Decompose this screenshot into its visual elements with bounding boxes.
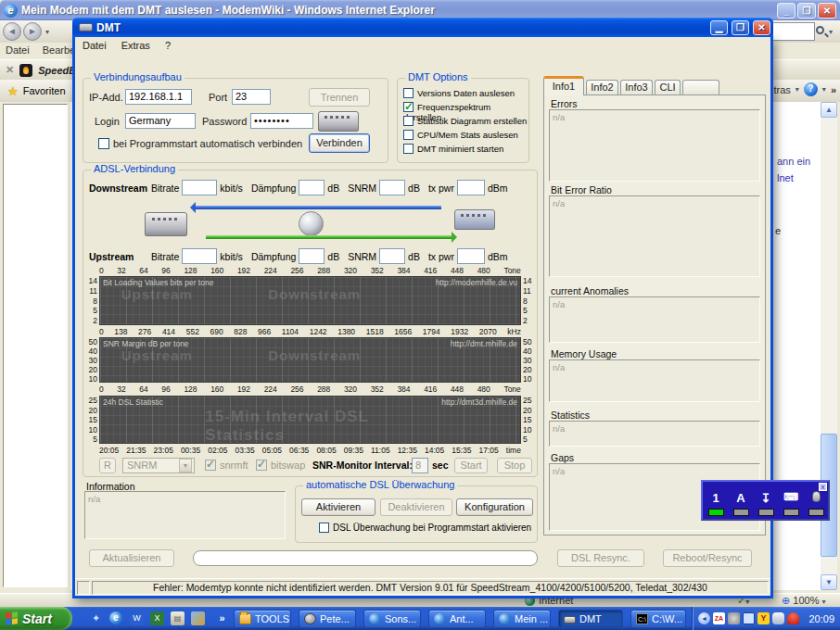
search-icon[interactable] (816, 26, 824, 34)
axis-tick: 30 (83, 356, 97, 365)
dmt-titlebar[interactable]: DMT ▁ ❐ ✕ (72, 18, 773, 37)
dmt-menu-extras[interactable]: Extras (121, 40, 150, 52)
dsl-resync-button[interactable]: DSL Resync. (557, 549, 644, 567)
trennen-button[interactable]: Trennen (309, 88, 370, 107)
axis-tick: 276 (138, 327, 151, 336)
dmt-minimize-button[interactable]: ▁ (710, 20, 728, 35)
tab-info2[interactable]: Info2 (586, 80, 618, 95)
tray-app-icon[interactable] (728, 612, 740, 624)
downstream-snrm-field[interactable] (379, 180, 405, 195)
axis-tick: 25 (83, 396, 97, 405)
tab-info3[interactable]: Info3 (620, 80, 653, 95)
zonealarm-icon[interactable]: ZA (713, 612, 725, 624)
taskbar-button-sons[interactable]: Sons... (363, 610, 421, 628)
quicklaunch-excel-icon[interactable]: X (150, 611, 164, 625)
start-button[interactable]: Start (454, 458, 488, 473)
forward-button[interactable]: ► (23, 22, 42, 41)
scroll-up-icon[interactable]: ▲ (821, 102, 837, 118)
reboot-resync-button[interactable]: Reboot/Resync (663, 549, 752, 567)
status-overlay-window[interactable]: x 1 A ↧ ⌨ (701, 480, 830, 521)
favorites-label[interactable]: Favoriten (23, 85, 66, 96)
dmt-menu-help[interactable]: ? (165, 40, 171, 52)
ie-minimize-button[interactable]: _ (777, 3, 795, 19)
statistik-diagramm-checkbox[interactable] (403, 116, 414, 126)
network-icon[interactable] (743, 612, 755, 624)
taskbar-button-cmd[interactable]: C:\C:\W... (630, 610, 686, 628)
cpumem-stats-checkbox[interactable] (403, 130, 414, 140)
nav-history-caret[interactable]: ▾ (45, 28, 49, 36)
ip-address-field[interactable]: 192.168.1.1 (125, 89, 192, 105)
yahoo-icon[interactable]: Y (757, 612, 770, 624)
login-field[interactable]: Germany (125, 113, 196, 129)
toolbar-overflow-chevron[interactable]: » (831, 84, 836, 95)
dmt-minimiert-checkbox[interactable] (403, 144, 414, 154)
dmt-maximize-button[interactable]: ❐ (732, 20, 749, 35)
axis-tick: 15 (83, 415, 97, 424)
help-icon[interactable]: ? (804, 82, 818, 96)
zoom-level[interactable]: 100% (793, 595, 819, 606)
upstream-snrm-field[interactable] (379, 248, 405, 264)
deaktivieren-button[interactable]: Deaktivieren (380, 498, 452, 516)
taskbar-button-tools[interactable]: TOOLS (234, 610, 291, 628)
dsl-statistic-chart: 24h DSL Statistic http://dmt3d.mhilfe.de… (99, 396, 521, 444)
versions-daten-checkbox[interactable] (403, 88, 414, 98)
aktualisieren-button[interactable]: Aktualisieren (89, 549, 174, 567)
quicklaunch-word-icon[interactable]: W (130, 611, 144, 625)
downstream-bitrate-field[interactable] (182, 180, 217, 195)
page-link-fragment[interactable]: lnet (777, 172, 794, 183)
upstream-label: Upstream (89, 251, 148, 262)
axis-tick: 160 (210, 266, 223, 275)
port-field[interactable]: 23 (232, 89, 271, 105)
autoconnect-checkbox[interactable] (98, 138, 109, 149)
ie-close-button[interactable]: ✕ (818, 3, 836, 19)
tab-blank[interactable] (682, 80, 719, 95)
konfiguration-button[interactable]: Konfiguration (456, 498, 533, 516)
avira-icon[interactable] (787, 612, 799, 624)
taskbar-button-ant[interactable]: Ant... (428, 610, 486, 628)
tray-collapse-icon[interactable]: ◄ (698, 612, 710, 624)
chart1-khz-axis: 0138276414552690828966110412421380151816… (99, 327, 521, 336)
quicklaunch-printer-icon[interactable]: ▤ (171, 611, 185, 625)
bitswap-checkbox[interactable] (256, 460, 267, 471)
snrm-combobox[interactable]: SNRM▼ (122, 458, 195, 473)
back-button[interactable]: ◄ (3, 22, 21, 41)
tab-info1[interactable]: Info1 (543, 76, 584, 95)
combo-dropdown-icon[interactable]: ▼ (179, 459, 192, 472)
toolbar-close-icon[interactable]: ✕ (6, 64, 14, 76)
start-button[interactable]: Start (0, 607, 72, 630)
ie-menu-datei[interactable]: Datei (6, 44, 30, 57)
quicklaunch-overflow-chevron[interactable]: » (215, 611, 229, 625)
upstream-daempfung-field[interactable] (299, 248, 325, 264)
downstream-daempfung-field[interactable] (299, 180, 325, 195)
quicklaunch-msn-icon[interactable]: ✦ (89, 611, 103, 625)
tab-cli[interactable]: CLI (655, 80, 681, 95)
aktivieren-button[interactable]: Aktivieren (301, 498, 375, 516)
r-button[interactable]: R (99, 458, 116, 473)
axis-tick: 00:35 (181, 446, 200, 455)
snrmft-checkbox[interactable] (205, 460, 216, 471)
taskbar-button-dmt[interactable]: DMT (558, 610, 623, 628)
password-field[interactable]: •••••••• (250, 113, 313, 129)
scroll-down-icon[interactable]: ▼ (821, 574, 837, 590)
axis-tick: 448 (451, 266, 464, 275)
taskbar-button-mein[interactable]: Mein ... (493, 610, 551, 628)
taskbar-button-pete[interactable]: Pete... (299, 610, 356, 628)
search-options-caret[interactable]: ▾ (829, 28, 833, 36)
verbinden-button[interactable]: Verbinden (309, 133, 370, 153)
stop-button[interactable]: Stop (497, 458, 532, 473)
upstream-bitrate-field[interactable] (182, 248, 217, 264)
ueberwachung-autostart-checkbox[interactable] (319, 523, 329, 533)
upstream-txpwr-field[interactable] (457, 248, 485, 264)
quicklaunch-app-icon[interactable] (191, 611, 205, 625)
axis-tick: 06:35 (289, 446, 309, 455)
ie-maximize-button[interactable]: ❐ (797, 3, 816, 19)
quicklaunch-ie-icon[interactable]: e (109, 611, 122, 624)
extras-menu-clipped[interactable]: tras (774, 84, 791, 95)
overlay-close-icon[interactable]: x (819, 483, 827, 491)
dmt-close-button[interactable]: ✕ (753, 20, 770, 35)
interval-field[interactable]: 8 (412, 458, 428, 473)
messenger-icon[interactable] (772, 612, 784, 624)
dmt-menu-datei[interactable]: Datei (83, 40, 107, 52)
frequenzspektrum-checkbox[interactable] (403, 102, 414, 112)
downstream-txpwr-field[interactable] (457, 180, 485, 195)
